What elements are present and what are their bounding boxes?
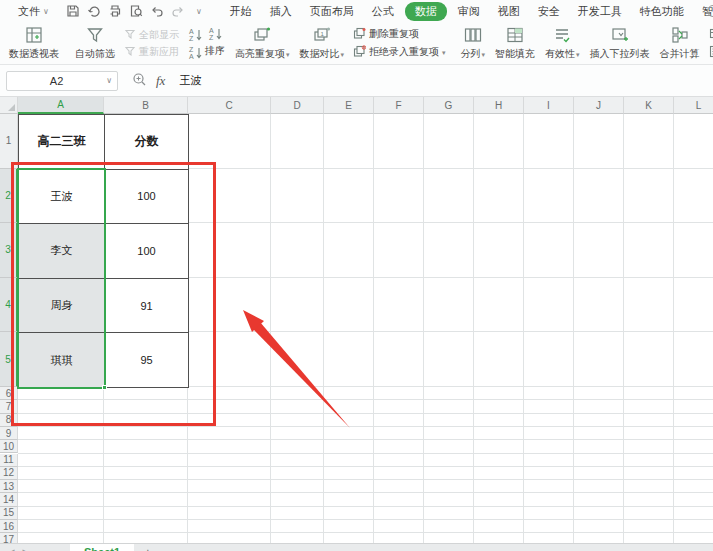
row-header-6[interactable]: 6 (0, 387, 18, 400)
dropdown-caret-icon (341, 51, 345, 58)
sort-ascending-icon[interactable]: AZ (188, 27, 203, 44)
redo-icon (171, 4, 185, 18)
sort-custom-icon[interactable]: AZ (208, 26, 223, 43)
row-header-4[interactable]: 4 (0, 278, 18, 333)
row-header-9[interactable]: 9 (0, 427, 18, 440)
row-header-15[interactable]: 15 (0, 507, 18, 520)
tab-insert[interactable]: 插入 (261, 2, 301, 21)
tab-home[interactable]: 开始 (221, 2, 261, 21)
row-header-5[interactable]: 5 (0, 332, 18, 387)
reject-duplicate-entry-icon (353, 45, 366, 60)
sheet-tab-sheet1[interactable]: Sheet1 (70, 544, 134, 551)
cell-B1[interactable]: 分数 (104, 114, 189, 170)
remove-duplicates-button[interactable]: 删除重复项 (353, 27, 446, 42)
smart-fill-button[interactable]: 智能填充 (490, 24, 540, 62)
show-all-button[interactable]: 全部显示 (124, 28, 179, 42)
cell-B5[interactable]: 95 (104, 332, 189, 388)
cell-B2[interactable]: 100 (104, 169, 189, 225)
sort-button[interactable]: 排序 (205, 44, 225, 58)
autofilter-button[interactable]: 自动筛选 (70, 24, 120, 62)
sheet-nav-prev-icon[interactable]: ◂ (10, 546, 15, 551)
column-header-K[interactable]: K (624, 97, 674, 114)
column-header-F[interactable]: F (374, 97, 424, 114)
tab-data[interactable]: 数据 (405, 2, 447, 21)
insert-dropdown-list-button[interactable]: 插入下拉列表 (585, 24, 655, 62)
add-sheet-button[interactable]: + (134, 544, 162, 551)
gridline (473, 114, 474, 551)
file-menu[interactable]: 文件 ∨ (14, 4, 53, 19)
sort-descending-icon[interactable]: ZA (188, 45, 203, 62)
column-header-C[interactable]: C (188, 97, 271, 114)
redo-button[interactable] (168, 2, 188, 20)
quickbar-more-button[interactable]: ∨ (189, 2, 209, 20)
save-button[interactable] (63, 2, 83, 20)
fill-handle[interactable] (102, 385, 107, 390)
row-header-8[interactable]: 8 (0, 414, 18, 427)
reject-duplicate-entry-button[interactable]: 拒绝录入重复项 (353, 45, 446, 60)
sort-group: AZ ZA AZ 排序 (183, 24, 230, 62)
cell-A2[interactable]: 王波 (18, 169, 105, 225)
column-header-I[interactable]: I (524, 97, 574, 114)
tab-review[interactable]: 审阅 (449, 2, 489, 21)
text-to-columns-button[interactable]: 分列 (456, 24, 491, 62)
validation-button[interactable]: 有效性 (540, 24, 585, 62)
column-header-D[interactable]: D (271, 97, 324, 114)
what-if-analysis-button[interactable]: 模拟分析 (709, 27, 713, 42)
row-header-7[interactable]: 7 (0, 400, 18, 413)
reapply-button[interactable]: 重新应用 (124, 45, 179, 59)
search-icon[interactable] (707, 5, 713, 17)
select-all-corner[interactable] (0, 97, 18, 114)
tab-developer[interactable]: 开发工具 (569, 2, 631, 21)
column-header-L[interactable]: L (674, 97, 713, 114)
gridline (18, 466, 713, 467)
spreadsheet-grid[interactable]: ABCDEFGHIJKL123456789101112131415161718高… (0, 97, 713, 551)
save-icon (66, 4, 80, 18)
data-compare-button[interactable]: 1 数据对比 (295, 24, 350, 62)
row-header-13[interactable]: 13 (0, 480, 18, 493)
column-header-E[interactable]: E (324, 97, 374, 114)
cell-B3[interactable]: 100 (104, 223, 189, 279)
undo-button[interactable] (147, 2, 167, 20)
formula-bar-content[interactable]: 王波 (179, 73, 201, 88)
cell-A5[interactable]: 琪琪 (18, 332, 105, 388)
row-header-1[interactable]: 1 (0, 114, 18, 169)
column-header-G[interactable]: G (424, 97, 474, 114)
tab-formulas[interactable]: 公式 (363, 2, 403, 21)
print-button[interactable] (105, 2, 125, 20)
filter-options-stack: 全部显示 重新应用 (120, 24, 183, 62)
tab-view[interactable]: 视图 (489, 2, 529, 21)
sheet-nav-arrows[interactable]: ◂ ▸ (0, 544, 70, 551)
column-header-H[interactable]: H (474, 97, 524, 114)
export-pdf-button[interactable] (84, 2, 104, 20)
row-header-2[interactable]: 2 (0, 169, 18, 224)
print-preview-button[interactable] (126, 2, 146, 20)
cell-A1[interactable]: 高二三班 (18, 114, 105, 170)
filter-funnel-icon (85, 25, 105, 45)
column-header-A[interactable]: A (18, 97, 104, 114)
cell-A3[interactable]: 李文 (18, 223, 105, 279)
cell-B4[interactable]: 91 (104, 278, 189, 334)
consolidate-button[interactable]: 合并计算 (655, 24, 705, 62)
pivot-table-button[interactable]: 数据透视表 (4, 24, 64, 62)
insert-function-search-icon[interactable] (132, 72, 147, 89)
name-box[interactable]: A2 ∨ (6, 71, 118, 91)
tab-security[interactable]: 安全 (529, 2, 569, 21)
row-header-12[interactable]: 12 (0, 467, 18, 480)
sheet-nav-next-icon[interactable]: ▸ (23, 546, 28, 551)
row-header-3[interactable]: 3 (0, 223, 18, 278)
highlight-duplicates-button[interactable]: 高亮重复项 (230, 24, 295, 62)
column-header-B[interactable]: B (104, 97, 188, 114)
gridline (18, 492, 713, 493)
cell-A4[interactable]: 周身 (18, 278, 105, 334)
tab-page-layout[interactable]: 页面布局 (301, 2, 363, 21)
row-header-14[interactable]: 14 (0, 493, 18, 506)
row-header-10[interactable]: 10 (0, 440, 18, 453)
row-header-16[interactable]: 16 (0, 520, 18, 533)
tab-special-features[interactable]: 特色功能 (631, 2, 693, 21)
validation-icon (552, 25, 572, 45)
column-header-J[interactable]: J (574, 97, 624, 114)
row-header-11[interactable]: 11 (0, 454, 18, 467)
formula-bar: A2 ∨ fx 王波 (0, 65, 713, 97)
fx-icon[interactable]: fx (156, 73, 165, 89)
record-form-button[interactable]: 记录单 (709, 45, 713, 60)
